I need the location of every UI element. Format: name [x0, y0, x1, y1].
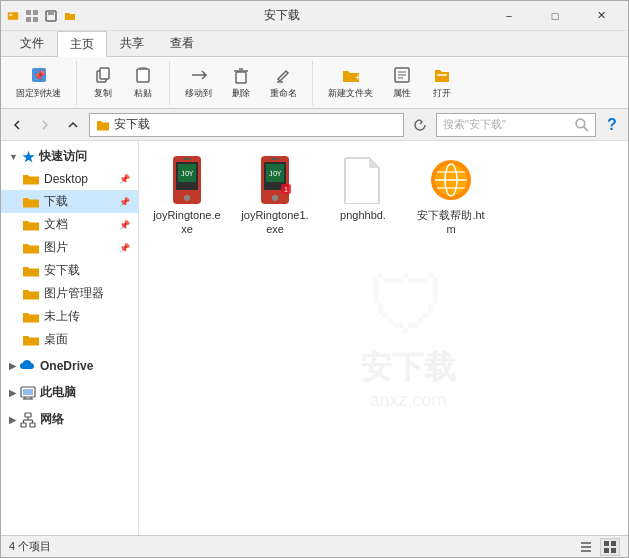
folder-icon-download [23, 194, 39, 210]
new-folder-btn[interactable]: + 新建文件夹 [321, 61, 380, 104]
sidebar-item-desktop2[interactable]: 桌面 [1, 328, 138, 351]
file-name-pnghhbd: pnghhbd. [340, 208, 386, 222]
sidebar-item-download[interactable]: 下载 📌 [1, 190, 138, 213]
sidebar-item-label: 下载 [44, 193, 68, 210]
address-bar: 安下载 搜索"安下载" ? [1, 109, 628, 141]
sidebar-item-pictures[interactable]: 图片 📌 [1, 236, 138, 259]
svg-rect-4 [26, 17, 31, 22]
thispc-label: 此电脑 [40, 384, 76, 401]
network-label: 网络 [40, 411, 64, 428]
svg-rect-62 [604, 548, 609, 553]
sidebar-item-label: 桌面 [44, 331, 68, 348]
svg-rect-28 [23, 389, 33, 395]
sidebar-item-unsent[interactable]: 未上传 [1, 305, 138, 328]
tab-home[interactable]: 主页 [57, 31, 107, 57]
up-button[interactable] [61, 113, 85, 137]
title-bar: 安下载 − □ ✕ [1, 1, 628, 31]
window-controls: − □ ✕ [486, 1, 624, 31]
sidebar-item-docs[interactable]: 文档 📌 [1, 213, 138, 236]
file-item-joyringtone1-exe[interactable]: JOY 1 joyRingtone1.exe [235, 149, 315, 244]
open-btn[interactable]: 打开 [424, 61, 460, 104]
folder-icon-docs [23, 217, 39, 233]
pin-to-quickaccess-btn[interactable]: 📌 固定到快速 [9, 61, 68, 104]
network-icon [20, 412, 36, 428]
sidebar-section-network: ▶ 网络 [1, 408, 138, 431]
maximize-button[interactable]: □ [532, 1, 578, 31]
svg-rect-61 [611, 541, 616, 546]
close-button[interactable]: ✕ [578, 1, 624, 31]
sidebar-item-desktop[interactable]: Desktop 📌 [1, 168, 138, 190]
cloud-icon [20, 358, 36, 374]
file-item-joyringtone-exe[interactable]: JOY joyRingtone.exe [147, 149, 227, 244]
watermark-url: anxz.com [360, 390, 456, 411]
back-button[interactable] [5, 113, 29, 137]
svg-rect-63 [611, 548, 616, 553]
search-box[interactable]: 搜索"安下载" [436, 113, 596, 137]
file-thumb-htm [427, 156, 475, 204]
file-count: 4 个项目 [9, 539, 51, 554]
sidebar-item-anxz[interactable]: 安下载 [1, 259, 138, 282]
folder-icon-desktop2 [23, 332, 39, 348]
phone-exe-icon-2: JOY 1 [251, 154, 299, 206]
file-name-joyringtone1: joyRingtone1.exe [240, 208, 310, 237]
details-view-icon [579, 540, 593, 554]
move-btn[interactable]: 移动到 [178, 61, 219, 104]
sidebar-section-thispc: ▶ 此电脑 [1, 381, 138, 404]
paste-btn[interactable]: 粘贴 [125, 61, 161, 104]
ribbon: 📌 固定到快速 复制 粘贴 移动到 删除 重命名 + 新建文件夹 [1, 57, 628, 109]
tab-file[interactable]: 文件 [7, 30, 57, 56]
minimize-button[interactable]: − [486, 1, 532, 31]
help-button[interactable]: ? [600, 113, 624, 137]
sidebar-item-imgmanager[interactable]: 图片管理器 [1, 282, 138, 305]
address-path: 安下载 [114, 116, 150, 133]
properties-btn[interactable]: 属性 [384, 61, 420, 104]
large-icons-view-btn[interactable] [600, 538, 620, 556]
computer-icon [20, 385, 36, 401]
sidebar-item-label: 图片 [44, 239, 68, 256]
svg-rect-2 [26, 10, 31, 15]
details-view-btn[interactable] [576, 538, 596, 556]
sidebar-header-quickaccess[interactable]: ▼ ★ 快速访问 [1, 145, 138, 168]
sidebar-item-label: 安下载 [44, 262, 80, 279]
folder-icon-unsent [23, 309, 39, 325]
folder-icon-title [62, 8, 78, 24]
delete-btn[interactable]: 删除 [223, 61, 259, 104]
chevron-network: ▶ [9, 415, 16, 425]
sidebar-header-network[interactable]: ▶ 网络 [1, 408, 138, 431]
svg-rect-30 [21, 423, 26, 427]
svg-rect-46 [271, 158, 279, 160]
sidebar-item-label: 图片管理器 [44, 285, 104, 302]
search-placeholder: 搜索"安下载" [443, 117, 571, 132]
file-area: 🛡 安下载 anxz.com [139, 141, 628, 535]
forward-button[interactable] [33, 113, 57, 137]
sidebar-item-label: Desktop [44, 172, 88, 186]
tab-view[interactable]: 查看 [157, 30, 207, 56]
file-thumb-pnghhbd [339, 156, 387, 204]
chevron-thispc: ▶ [9, 388, 16, 398]
copy-btn[interactable]: 复制 [85, 61, 121, 104]
tab-share[interactable]: 共享 [107, 30, 157, 56]
svg-rect-7 [48, 11, 54, 15]
svg-rect-31 [30, 423, 35, 427]
star-icon: ★ [22, 149, 35, 165]
separator-2 [169, 61, 170, 105]
sidebar-header-onedrive[interactable]: ▶ OneDrive [1, 355, 138, 377]
file-name-htm: 安下载帮助.htm [416, 208, 486, 237]
sidebar-header-thispc[interactable]: ▶ 此电脑 [1, 381, 138, 404]
sidebar-item-label: 未上传 [44, 308, 80, 325]
title-text: 安下载 [78, 7, 486, 24]
save-icon [43, 8, 59, 24]
separator-3 [312, 61, 313, 105]
pin-icon-2: 📌 [119, 197, 130, 207]
file-item-htm[interactable]: 安下载帮助.htm [411, 149, 491, 244]
refresh-button[interactable] [408, 113, 432, 137]
chevron-onedrive: ▶ [9, 361, 16, 371]
rename-btn[interactable]: 重命名 [263, 61, 304, 104]
file-thumb-joyringtone1: JOY 1 [251, 156, 299, 204]
watermark-shield-icon: 🛡 [360, 266, 456, 346]
address-input[interactable]: 安下载 [89, 113, 404, 137]
svg-point-22 [576, 119, 585, 128]
file-item-pnghhbd[interactable]: pnghhbd. [323, 149, 403, 244]
svg-rect-13 [137, 69, 149, 82]
folder-icon-imgmanager [23, 286, 39, 302]
